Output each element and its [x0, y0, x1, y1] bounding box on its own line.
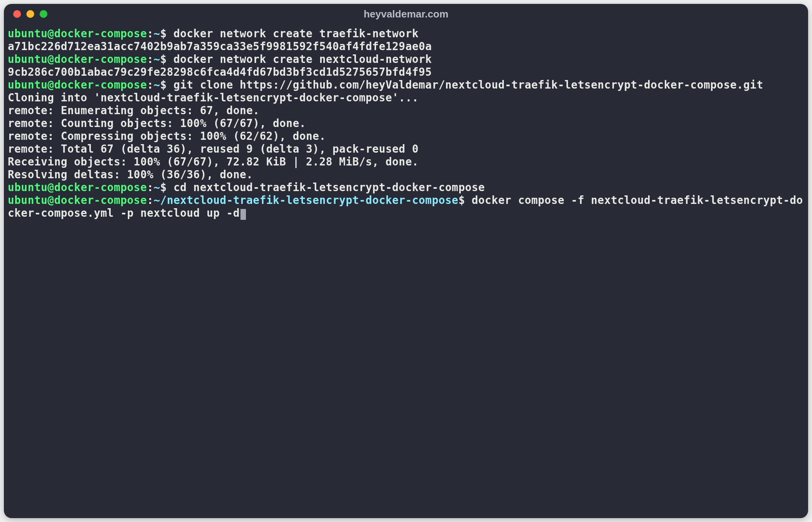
prompt-at: @ — [47, 78, 54, 91]
prompt-host: docker-compose — [54, 181, 147, 193]
output-line: remote: Compressing objects: 100% (62/62… — [8, 130, 804, 143]
prompt-user: ubuntu — [8, 53, 47, 65]
output-line: remote: Counting objects: 100% (67/67), … — [8, 117, 804, 130]
prompt-line: ubuntu@docker-compose:~$ docker network … — [8, 53, 804, 66]
prompt-separator: : — [147, 53, 153, 65]
prompt-separator: : — [147, 78, 153, 91]
output-line: remote: Total 67 (delta 36), reused 9 (d… — [8, 143, 804, 155]
prompt-path: ~ — [153, 27, 160, 40]
prompt-user: ubuntu — [8, 27, 47, 40]
output-line: Cloning into 'nextcloud-traefik-letsencr… — [8, 91, 804, 104]
prompt-symbol: $ — [160, 27, 173, 40]
prompt-host: docker-compose — [54, 78, 147, 91]
prompt-host: docker-compose — [54, 27, 147, 40]
prompt-symbol: $ — [160, 78, 173, 91]
prompt-line: ubuntu@docker-compose:~/nextcloud-traefi… — [8, 194, 804, 219]
prompt-user: ubuntu — [8, 78, 47, 91]
close-icon[interactable] — [13, 10, 21, 18]
prompt-host: docker-compose — [54, 53, 147, 65]
output-line: a71bc226d712ea31acc7402b9ab7a359ca33e5f9… — [8, 40, 804, 53]
output-line: remote: Enumerating objects: 67, done. — [8, 104, 804, 117]
command-text: docker network create traefik-network — [173, 27, 418, 40]
prompt-symbol: $ — [160, 53, 173, 65]
prompt-separator: : — [147, 194, 153, 206]
output-line: 9cb286c700b1abac79c29fe28298c6fca4d4fd67… — [8, 66, 804, 78]
cursor-icon — [240, 209, 246, 220]
prompt-user: ubuntu — [8, 194, 47, 206]
terminal-window: heyvaldemar.com ubuntu@docker-compose:~$… — [4, 4, 808, 518]
prompt-symbol: $ — [160, 181, 173, 193]
prompt-host: docker-compose — [54, 194, 147, 206]
prompt-separator: : — [147, 27, 153, 40]
prompt-path: ~ — [153, 181, 160, 193]
command-text: git clone https://github.com/heyValdemar… — [173, 78, 763, 91]
window-title: heyvaldemar.com — [4, 8, 808, 20]
prompt-line: ubuntu@docker-compose:~$ docker network … — [8, 27, 804, 40]
prompt-at: @ — [47, 53, 54, 65]
window-controls — [13, 10, 47, 18]
prompt-at: @ — [47, 27, 54, 40]
command-text: cd nextcloud-traefik-letsencrypt-docker-… — [173, 181, 485, 193]
prompt-line: ubuntu@docker-compose:~$ git clone https… — [8, 78, 804, 91]
prompt-at: @ — [47, 181, 54, 193]
prompt-path: ~ — [153, 78, 160, 91]
terminal-output[interactable]: ubuntu@docker-compose:~$ docker network … — [4, 24, 808, 518]
prompt-path: ~/nextcloud-traefik-letsencrypt-docker-c… — [153, 194, 458, 206]
prompt-symbol: $ — [458, 194, 472, 206]
output-line: Receiving objects: 100% (67/67), 72.82 K… — [8, 155, 804, 168]
prompt-separator: : — [147, 181, 153, 193]
prompt-user: ubuntu — [8, 181, 47, 193]
maximize-icon[interactable] — [40, 10, 47, 18]
output-line: Resolving deltas: 100% (36/36), done. — [8, 168, 804, 181]
prompt-path: ~ — [153, 53, 160, 65]
prompt-at: @ — [47, 194, 54, 206]
titlebar: heyvaldemar.com — [4, 4, 808, 24]
prompt-line: ubuntu@docker-compose:~$ cd nextcloud-tr… — [8, 181, 804, 194]
command-text: docker network create nextcloud-network — [173, 53, 432, 65]
minimize-icon[interactable] — [26, 10, 34, 18]
